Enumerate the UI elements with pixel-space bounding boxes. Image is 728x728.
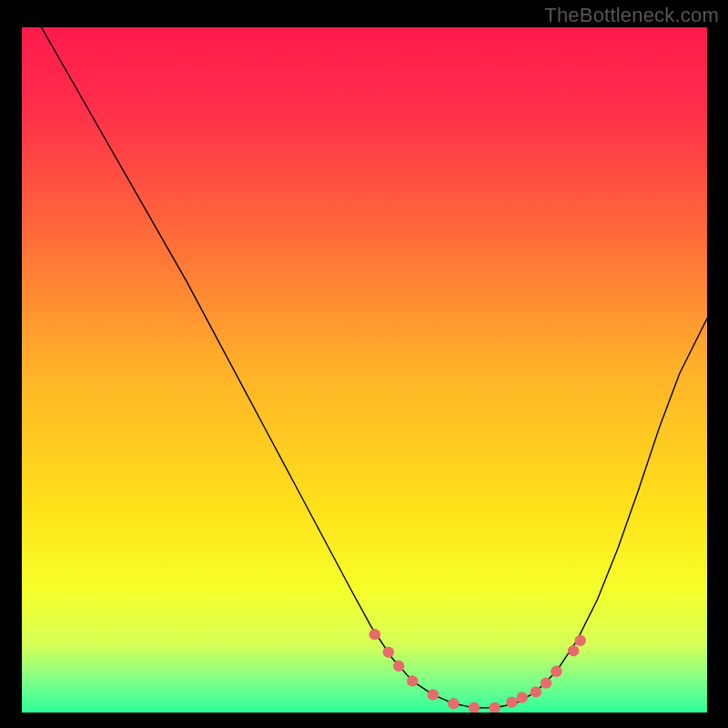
watermark-text: TheBottleneck.com — [544, 4, 719, 27]
curve-marker — [506, 697, 517, 708]
chart-root: TheBottleneck.com — [0, 0, 728, 728]
curve-marker — [369, 629, 380, 640]
curve-marker — [407, 675, 418, 686]
curve-marker — [383, 647, 394, 658]
curve-marker — [531, 686, 541, 697]
curve-marker — [574, 635, 585, 646]
curve-marker — [448, 698, 459, 709]
curve-marker — [516, 692, 527, 703]
curve-marker — [393, 661, 404, 672]
curve-marker — [428, 689, 439, 700]
svg-rect-1 — [22, 27, 707, 713]
curve-marker — [541, 677, 551, 688]
curve-marker — [568, 645, 579, 656]
plot-area — [22, 27, 707, 713]
curve-marker — [551, 666, 561, 677]
